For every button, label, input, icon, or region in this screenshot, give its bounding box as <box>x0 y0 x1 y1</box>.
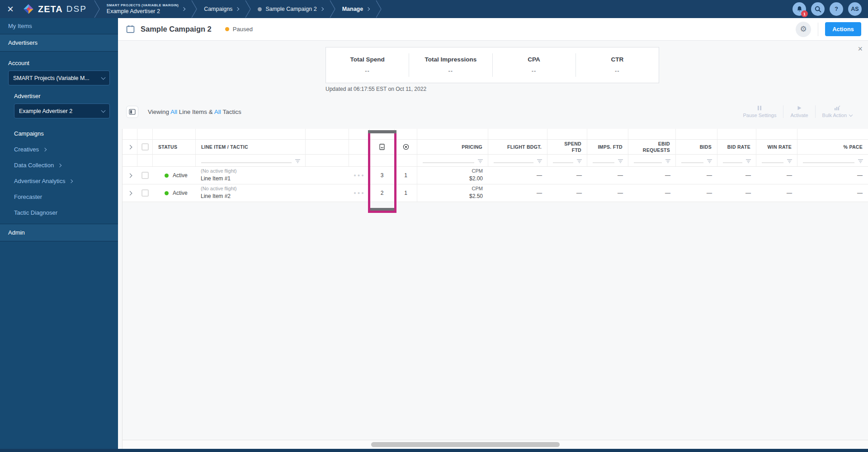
column-header-status[interactable]: STATUS <box>153 140 196 154</box>
column-header-bids[interactable]: BIDS <box>676 140 717 154</box>
tactics-count-cell: 1 <box>395 184 417 202</box>
column-header-line-item[interactable]: LINE ITEM / TACTIC <box>196 140 306 154</box>
column-header-bid-rate[interactable]: BID RATE <box>717 140 756 154</box>
table-empty-area <box>123 202 868 440</box>
breadcrumb-advertiser[interactable]: SMART PROJECTS (VARIABLE MARGIN) Example… <box>100 3 191 15</box>
breadcrumb-campaigns[interactable]: Campaigns <box>198 6 245 12</box>
expand-row-chevron[interactable] <box>128 191 132 195</box>
help-button[interactable]: ? <box>830 2 843 16</box>
line-item-cell[interactable]: (No active flight) Line Item #2 <box>196 184 306 202</box>
column-header-spend-ftd[interactable]: SPEND FTD <box>547 140 587 154</box>
actions-button[interactable]: Actions <box>825 22 861 36</box>
stat-label: CTR <box>611 56 624 63</box>
filter-icon[interactable] <box>787 159 793 163</box>
paused-status-label: Paused <box>233 26 253 33</box>
filter-input[interactable] <box>201 159 292 163</box>
line-item-cell[interactable]: (No active flight) Line Item #1 <box>196 167 306 184</box>
filter-icon[interactable] <box>295 159 301 163</box>
row-menu-icon[interactable]: ●●● <box>354 191 365 195</box>
filter-ebid-requests[interactable] <box>628 155 676 166</box>
settings-button[interactable]: ⚙ <box>796 22 811 37</box>
filter-input[interactable] <box>494 159 533 163</box>
account-select[interactable]: SMART Projects (Variable M... <box>8 71 110 85</box>
column-header-pace[interactable]: % PACE <box>797 140 868 154</box>
filter-icon[interactable] <box>665 159 671 163</box>
filter-input[interactable] <box>634 159 662 163</box>
row-menu-icon[interactable]: ●●● <box>354 173 365 178</box>
filter-icon[interactable] <box>618 159 623 163</box>
filter-input[interactable] <box>423 159 474 163</box>
filter-pricing[interactable] <box>417 155 488 166</box>
user-avatar[interactable]: AS <box>848 2 862 16</box>
filter-input[interactable] <box>593 159 614 163</box>
row-checkbox[interactable] <box>142 172 149 179</box>
sidebar-item-forecaster[interactable]: Forecaster <box>0 189 118 205</box>
pricing-value: $2.50 <box>469 193 483 200</box>
avatar-initials: AS <box>851 6 859 12</box>
filter-icon[interactable] <box>858 159 863 163</box>
sidebar-item-tactic-diagnoser[interactable]: Tactic Diagnoser <box>0 205 118 221</box>
filter-icon[interactable] <box>576 159 582 163</box>
activate-button[interactable]: Activate <box>783 105 815 118</box>
filter-pace[interactable] <box>797 155 868 166</box>
column-header-ebid-requests[interactable]: EBID REQUESTS <box>628 140 676 154</box>
notifications-button[interactable]: 1 <box>793 2 806 16</box>
close-stats-icon[interactable]: × <box>858 44 863 54</box>
filter-input[interactable] <box>762 159 783 163</box>
sidebar-item-advertiser-analytics[interactable]: Advertiser Analytics <box>0 173 118 189</box>
column-header-pricing[interactable]: PRICING <box>417 140 488 154</box>
filter-win-rate[interactable] <box>756 155 797 166</box>
sidebar-item-my-items[interactable]: My Items <box>0 18 118 34</box>
sidebar-item-data-collection[interactable]: Data Collection <box>0 157 118 173</box>
filter-icon[interactable] <box>537 159 542 163</box>
filter-input[interactable] <box>803 159 854 163</box>
sidebar-item-creatives[interactable]: Creatives <box>0 141 118 157</box>
expand-all-chevron[interactable] <box>127 145 132 149</box>
sidebar-item-admin[interactable]: Admin <box>0 224 118 241</box>
page-title: Sample Campaign 2 <box>141 25 212 33</box>
filter-icon[interactable] <box>745 159 751 163</box>
bid-rate-cell: — <box>717 167 756 184</box>
all-tactics-link[interactable]: All <box>214 108 221 115</box>
bulk-buttons: Pause Settings Activate <box>736 105 868 118</box>
bulk-action-button[interactable]: Bulk Action <box>816 105 859 118</box>
scrollbar-thumb[interactable] <box>371 442 560 447</box>
search-button[interactable] <box>811 2 825 16</box>
filter-bid-rate[interactable] <box>717 155 756 166</box>
filter-flight-bdgt[interactable] <box>488 155 547 166</box>
column-header-flight-bdgt[interactable]: FLIGHT BDGT. <box>488 140 547 154</box>
zeta-dsp-logo[interactable]: ZETA DSP <box>21 3 94 15</box>
sidebar-item-campaigns[interactable]: Campaigns <box>0 126 118 141</box>
filter-spend-ftd[interactable] <box>547 155 587 166</box>
expand-row-chevron[interactable] <box>128 173 132 178</box>
sidebar-item-advertisers[interactable]: Advertisers <box>0 34 118 52</box>
filter-input[interactable] <box>681 159 703 163</box>
spend-ftd-cell: — <box>547 184 587 202</box>
stat-total-spend: Total Spend -- <box>326 53 409 77</box>
all-line-items-link[interactable]: All <box>170 108 177 115</box>
column-header-imps-ftd[interactable]: IMPS. FTD <box>587 140 628 154</box>
close-icon[interactable]: × <box>0 0 21 18</box>
view-toolbar: Viewing All Line Items & All Tactics Pau… <box>118 101 868 122</box>
viewing-text: Tactics <box>221 108 241 115</box>
row-checkbox[interactable] <box>142 189 149 197</box>
win-rate-cell: — <box>756 167 797 184</box>
column-header-win-rate[interactable]: WIN RATE <box>756 140 797 154</box>
select-all-checkbox[interactable] <box>142 143 149 151</box>
column-header-creatives[interactable] <box>370 140 395 154</box>
filter-input[interactable] <box>723 159 742 163</box>
column-settings-button[interactable] <box>126 106 138 118</box>
horizontal-scrollbar[interactable] <box>123 440 868 449</box>
filter-icon[interactable] <box>707 159 712 163</box>
search-icon <box>815 6 821 13</box>
column-header-tactics[interactable] <box>395 140 417 154</box>
filter-icon[interactable] <box>477 159 483 163</box>
filter-bids[interactable] <box>676 155 717 166</box>
filter-imps-ftd[interactable] <box>587 155 628 166</box>
pause-settings-button[interactable]: Pause Settings <box>736 105 783 118</box>
breadcrumb-manage[interactable]: Manage <box>336 6 376 12</box>
filter-input[interactable] <box>553 159 573 163</box>
advertiser-select[interactable]: Example Advertiser 2 <box>14 104 110 118</box>
breadcrumb-campaign[interactable]: Sample Campaign 2 <box>251 6 329 12</box>
filter-line-item[interactable] <box>196 155 306 166</box>
